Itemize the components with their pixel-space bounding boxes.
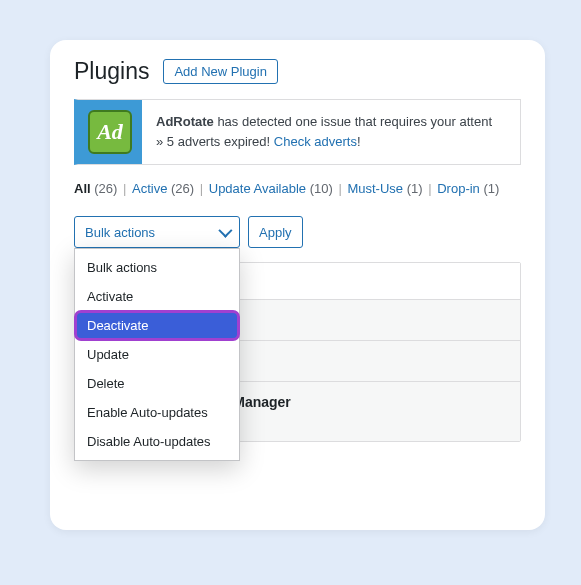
filter-separator: | [194,181,209,196]
bulk-option-update[interactable]: Update [75,340,239,369]
bulk-option-delete[interactable]: Delete [75,369,239,398]
check-adverts-link[interactable]: Check adverts [274,134,357,149]
bulk-option-disable-auto-updates[interactable]: Disable Auto-updates [75,427,239,456]
filter-count: (26) [94,181,117,196]
filter-separator: | [423,181,438,196]
filter-count: (10) [310,181,333,196]
notice-line2-prefix: » 5 adverts expired! [156,134,274,149]
filter-label: Must-Use [347,181,403,196]
filter-label: Drop-in [437,181,480,196]
filter-count: (1) [483,181,499,196]
notice-icon-wrap: Ad [78,100,142,164]
add-new-plugin-button[interactable]: Add New Plugin [163,59,278,84]
filter-separator: | [333,181,348,196]
bulk-actions-select[interactable]: Bulk actions [74,216,240,248]
filter-label: Active [132,181,167,196]
notice-line1: has detected one issue that requires you… [214,114,492,129]
bulk-option-activate[interactable]: Activate [75,282,239,311]
plugins-card: Plugins Add New Plugin Ad AdRotate has d… [50,40,545,530]
filter-label: All [74,181,91,196]
filter-drop-in[interactable]: Drop-in (1) [437,181,499,196]
chevron-down-icon [218,224,232,238]
bulk-option-deactivate[interactable]: Deactivate [75,311,239,340]
bulk-option-enable-auto-updates[interactable]: Enable Auto-updates [75,398,239,427]
page-header: Plugins Add New Plugin [74,58,521,85]
filter-active[interactable]: Active (26) [132,181,194,196]
filter-update-available[interactable]: Update Available (10) [209,181,333,196]
notice-line2-suffix: ! [357,134,361,149]
filter-count: (26) [171,181,194,196]
apply-button[interactable]: Apply [248,216,303,248]
bulk-actions-row: Bulk actions Apply Bulk actionsActivateD… [74,216,521,248]
filter-all[interactable]: All (26) [74,181,117,196]
bulk-actions-selected: Bulk actions [85,225,155,240]
notice-strong: AdRotate [156,114,214,129]
bulk-option-bulk-actions[interactable]: Bulk actions [75,253,239,282]
adrotate-logo-icon: Ad [88,110,132,154]
filter-links: All (26) | Active (26) | Update Availabl… [74,181,521,196]
page-title: Plugins [74,58,149,85]
filter-separator: | [117,181,132,196]
bulk-actions-dropdown[interactable]: Bulk actionsActivateDeactivateUpdateDele… [74,248,240,461]
adrotate-notice: Ad AdRotate has detected one issue that … [74,99,521,165]
filter-count: (1) [407,181,423,196]
notice-text: AdRotate has detected one issue that req… [142,100,506,164]
filter-label: Update Available [209,181,306,196]
filter-must-use[interactable]: Must-Use (1) [347,181,422,196]
